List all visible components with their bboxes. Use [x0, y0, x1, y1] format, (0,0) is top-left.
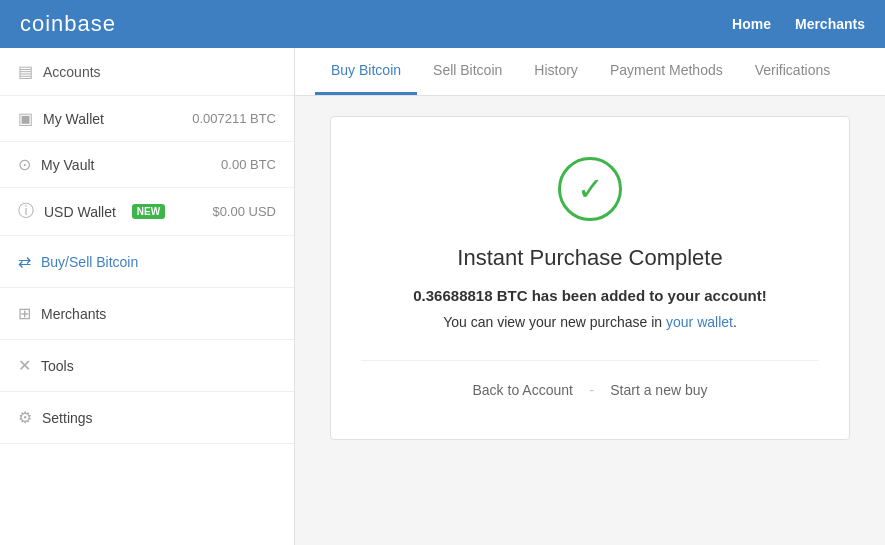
logo: coinbase: [20, 11, 116, 37]
layout: ▤ Accounts ▣ My Wallet 0.007211 BTC ⊙ My…: [0, 48, 885, 545]
action-divider: -: [589, 381, 594, 399]
wallet-link[interactable]: your wallet: [666, 314, 733, 330]
usd-icon: ⓘ: [18, 201, 34, 222]
buy-sell-label: Buy/Sell Bitcoin: [41, 254, 138, 270]
sidebar-item-merchants[interactable]: ⊞ Merchants: [0, 288, 294, 340]
success-title: Instant Purchase Complete: [361, 245, 819, 271]
sidebar-item-usd-wallet[interactable]: ⓘ USD Wallet NEW $0.00 USD: [0, 188, 294, 236]
usd-wallet-label: USD Wallet: [44, 204, 116, 220]
new-badge: NEW: [132, 204, 165, 219]
vault-icon: ⊙: [18, 155, 31, 174]
tab-history[interactable]: History: [518, 48, 594, 95]
tab-sell-bitcoin[interactable]: Sell Bitcoin: [417, 48, 518, 95]
tab-buy-bitcoin[interactable]: Buy Bitcoin: [315, 48, 417, 95]
tab-payment-methods[interactable]: Payment Methods: [594, 48, 739, 95]
tools-label: Tools: [41, 358, 74, 374]
content-area: ✓ Instant Purchase Complete 0.36688818 B…: [295, 96, 885, 460]
accounts-icon: ▤: [18, 62, 33, 81]
wallet-label: My Wallet: [43, 111, 104, 127]
nav-merchants[interactable]: Merchants: [795, 16, 865, 32]
vault-value: 0.00 BTC: [221, 157, 276, 172]
success-sub-text: You can view your new purchase in your w…: [361, 314, 819, 330]
sidebar-item-buy-sell[interactable]: ⇄ Buy/Sell Bitcoin: [0, 236, 294, 288]
sub-text-after: .: [733, 314, 737, 330]
success-icon-circle: ✓: [558, 157, 622, 221]
sidebar: ▤ Accounts ▣ My Wallet 0.007211 BTC ⊙ My…: [0, 48, 295, 545]
sidebar-item-vault[interactable]: ⊙ My Vault 0.00 BTC: [0, 142, 294, 188]
sidebar-item-wallet[interactable]: ▣ My Wallet 0.007211 BTC: [0, 96, 294, 142]
settings-icon: ⚙: [18, 408, 32, 427]
vault-label: My Vault: [41, 157, 94, 173]
checkmark-icon: ✓: [577, 173, 604, 205]
success-actions: Back to Account - Start a new buy: [361, 360, 819, 399]
wallet-icon: ▣: [18, 109, 33, 128]
success-amount: 0.36688818 BTC has been added to your ac…: [361, 287, 819, 304]
settings-label: Settings: [42, 410, 93, 426]
back-to-account-link[interactable]: Back to Account: [472, 382, 572, 398]
sidebar-item-settings[interactable]: ⚙ Settings: [0, 392, 294, 444]
buy-sell-icon: ⇄: [18, 252, 31, 271]
tab-verifications[interactable]: Verifications: [739, 48, 846, 95]
usd-wallet-value: $0.00 USD: [212, 204, 276, 219]
tools-icon: ✕: [18, 356, 31, 375]
wallet-value: 0.007211 BTC: [192, 111, 276, 126]
success-card: ✓ Instant Purchase Complete 0.36688818 B…: [330, 116, 850, 440]
start-new-buy-link[interactable]: Start a new buy: [610, 382, 707, 398]
accounts-label: Accounts: [43, 64, 101, 80]
sub-text-before: You can view your new purchase in: [443, 314, 666, 330]
tabs-bar: Buy Bitcoin Sell Bitcoin History Payment…: [295, 48, 885, 96]
sidebar-accounts-header: ▤ Accounts: [0, 48, 294, 96]
header-nav: Home Merchants: [732, 16, 865, 32]
nav-home[interactable]: Home: [732, 16, 771, 32]
merchants-icon: ⊞: [18, 304, 31, 323]
header: coinbase Home Merchants: [0, 0, 885, 48]
merchants-label: Merchants: [41, 306, 106, 322]
sidebar-item-tools[interactable]: ✕ Tools: [0, 340, 294, 392]
main-content: Buy Bitcoin Sell Bitcoin History Payment…: [295, 48, 885, 545]
